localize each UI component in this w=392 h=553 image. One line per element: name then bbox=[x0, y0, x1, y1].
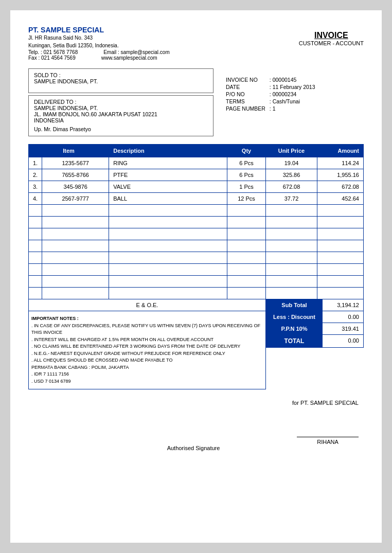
row-qty: 1 Pcs bbox=[227, 181, 266, 193]
row-item: 2567-9777 bbox=[42, 193, 109, 205]
notes-area: E & O.E. IMPORTANT NOTES : . IN CASE OF … bbox=[28, 299, 266, 389]
delivered-to-attention: Up. Mr. Dimas Prasetyo bbox=[34, 126, 208, 132]
header: PT. SAMPLE SPECIAL Jl. HR Rasuna Said No… bbox=[28, 26, 364, 61]
empty-row bbox=[29, 252, 364, 264]
ppn-value: 319.41 bbox=[322, 323, 363, 334]
note-line: . N.E.G.- NEAREST EQUIVALENT GRADE WITHO… bbox=[31, 350, 263, 358]
discount-row: Less : Discount 0.00 bbox=[266, 311, 364, 323]
invoice-subtitle: CUSTOMER - ACCOUNT bbox=[299, 40, 364, 46]
table-row: 3. 345-9876 VALVE 1 Pcs 672.08 672.08 bbox=[29, 181, 364, 193]
signature-area: RIHANA Authorised Signature bbox=[28, 437, 364, 451]
totals-area: Sub Total 3,194.12 Less : Discount 0.00 … bbox=[266, 299, 364, 389]
table-row: 4. 2567-9777 BALL 12 Pcs 37.72 452.64 bbox=[29, 193, 364, 205]
subtotal-value: 3,194.12 bbox=[322, 299, 363, 311]
invoice-details-table: INVOICE NO : 00000145 DATE : 11 February… bbox=[224, 76, 317, 112]
row-amount: 1,955.16 bbox=[317, 169, 364, 181]
row-qty: 12 Pcs bbox=[227, 193, 266, 205]
page-label: PAGE NUMBER bbox=[224, 105, 268, 112]
row-unit-price: 672.08 bbox=[266, 181, 317, 193]
total-value: 0.00 bbox=[322, 335, 363, 347]
delivered-to-label: DELIVERED TO : bbox=[34, 99, 76, 105]
page-value: : 1 bbox=[268, 105, 317, 112]
note-line: . ALL CHEQUES SHOULD BE CROSSED AND MADE… bbox=[31, 357, 263, 364]
footer-notes: IMPORTANT NOTES : . IN CASE OF ANY DISCR… bbox=[28, 311, 266, 389]
items-table: Item Description Qty Unit Price Amount 1… bbox=[28, 144, 364, 299]
row-no: 2. bbox=[29, 169, 42, 181]
invoice-no-value: : 00000145 bbox=[268, 76, 317, 83]
note-line: . USD 7 0134 6789 bbox=[31, 378, 263, 385]
row-no: 3. bbox=[29, 181, 42, 193]
date-row: DATE : 11 February 2013 bbox=[224, 83, 317, 91]
notes-title: IMPORTANT NOTES : bbox=[31, 315, 263, 323]
row-amount: 114.24 bbox=[317, 157, 364, 169]
date-label: DATE bbox=[224, 83, 268, 91]
empty-row bbox=[29, 205, 364, 217]
empty-row bbox=[29, 264, 364, 276]
invoice-title-block: INVOICE CUSTOMER - ACCOUNT bbox=[299, 31, 364, 46]
row-no: 4. bbox=[29, 193, 42, 205]
note-line: . IDR 7 1111 7156 bbox=[31, 371, 263, 378]
invoice-title: INVOICE bbox=[299, 31, 364, 40]
row-item: 345-9876 bbox=[42, 181, 109, 193]
row-unit-price: 19.04 bbox=[266, 157, 317, 169]
company-website: www.samplespecial.com bbox=[101, 55, 157, 61]
addresses-section: SOLD TO : SAMPLE INDONESIA, PT. DELIVERE… bbox=[28, 68, 364, 136]
invoice-no-label: INVOICE NO bbox=[224, 76, 268, 83]
company-email: Email : sample@special.com bbox=[103, 49, 170, 55]
company-address2: Kuningan, Setia Budi 12350, Indonesia. bbox=[28, 42, 170, 49]
row-amount: 672.08 bbox=[317, 181, 364, 193]
row-qty: 6 Pcs bbox=[227, 169, 266, 181]
eoe-row: E & O.E. bbox=[28, 299, 266, 311]
subtotal-label: Sub Total bbox=[266, 299, 322, 311]
for-company: for PT. SAMPLE SPECIAL bbox=[28, 400, 364, 406]
empty-row bbox=[29, 288, 364, 299]
total-row: TOTAL 0.00 bbox=[266, 335, 364, 348]
empty-row bbox=[29, 228, 364, 240]
total-label: TOTAL bbox=[266, 335, 322, 347]
company-fax-row: Fax : 021 4564 7569 www.samplespecial.co… bbox=[28, 55, 170, 61]
company-contact-row: Telp. : 021 5678 7768 Email : sample@spe… bbox=[28, 49, 170, 55]
row-qty: 6 Pcs bbox=[227, 157, 266, 169]
company-telp: Telp. : 021 5678 7768 bbox=[28, 49, 78, 55]
empty-row bbox=[29, 276, 364, 288]
po-value: : 00000234 bbox=[268, 91, 317, 98]
row-unit-price: 37.72 bbox=[266, 193, 317, 205]
invoice-page: PT. SAMPLE SPECIAL Jl. HR Rasuna Said No… bbox=[10, 10, 382, 543]
sold-to-box: SOLD TO : SAMPLE INDONESIA, PT. bbox=[28, 68, 213, 93]
sold-to-name: SAMPLE INDONESIA, PT. bbox=[34, 78, 98, 84]
row-unit-price: 325.86 bbox=[266, 169, 317, 181]
note-line: . NO CLAIMS WILL BE ENTERTAINED AFTER 3 … bbox=[31, 343, 263, 350]
col-item-header: Item bbox=[29, 145, 109, 157]
ppn-label: P.P.N 10% bbox=[266, 323, 322, 334]
po-label: P/O NO bbox=[224, 91, 268, 98]
row-item: 1235-5677 bbox=[42, 157, 109, 169]
col-qty-header: Qty bbox=[227, 145, 266, 157]
eoe-text: E & O.E. bbox=[136, 302, 158, 308]
empty-row bbox=[29, 240, 364, 252]
discount-value: 0.00 bbox=[322, 311, 363, 323]
delivered-to-name: SAMPLE INDONESIA, PT. bbox=[34, 105, 98, 111]
right-column: INVOICE NO : 00000145 DATE : 11 February… bbox=[224, 68, 364, 136]
left-column: SOLD TO : SAMPLE INDONESIA, PT. DELIVERE… bbox=[28, 68, 213, 136]
row-desc: BALL bbox=[109, 193, 227, 205]
terms-label: TERMS bbox=[224, 98, 268, 105]
signatory-name: RIHANA bbox=[317, 439, 338, 445]
row-desc: VALVE bbox=[109, 181, 227, 193]
row-amount: 452.64 bbox=[317, 193, 364, 205]
company-name: PT. SAMPLE SPECIAL bbox=[28, 26, 170, 34]
company-info: PT. SAMPLE SPECIAL Jl. HR Rasuna Said No… bbox=[28, 26, 170, 61]
note-line: . IN CASE OF ANY DISCREPANCIES, PLEASE N… bbox=[31, 323, 263, 336]
empty-row bbox=[29, 217, 364, 228]
table-row: 2. 7655-8766 PTFE 6 Pcs 325.86 1,955.16 bbox=[29, 169, 364, 181]
terms-row: TERMS : Cash/Tunai bbox=[224, 98, 317, 105]
page-row: PAGE NUMBER : 1 bbox=[224, 105, 317, 112]
signature-label: Authorised Signature bbox=[28, 445, 359, 451]
ppn-row: P.P.N 10% 319.41 bbox=[266, 323, 364, 335]
table-header-row: Item Description Qty Unit Price Amount bbox=[29, 145, 364, 157]
col-unit-header: Unit Price bbox=[266, 145, 317, 157]
col-desc-header: Description bbox=[109, 145, 227, 157]
col-amount-header: Amount bbox=[317, 145, 364, 157]
discount-label: Less : Discount bbox=[266, 311, 322, 323]
company-address1: Jl. HR Rasuna Said No. 343 bbox=[28, 34, 170, 42]
invoice-details: INVOICE NO : 00000145 DATE : 11 February… bbox=[224, 76, 364, 112]
